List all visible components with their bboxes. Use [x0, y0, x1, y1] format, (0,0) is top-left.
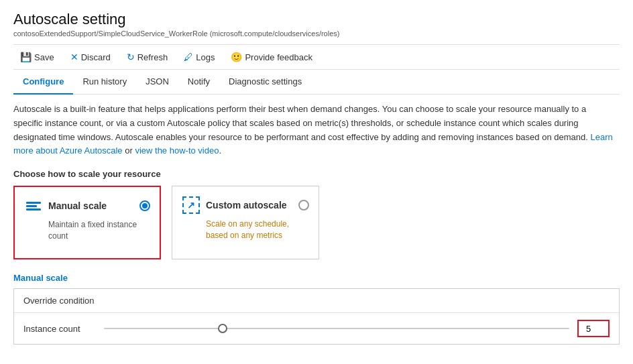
refresh-button[interactable]: ↻ Refresh — [120, 49, 175, 65]
logs-button[interactable]: 🖊 Logs — [177, 49, 221, 65]
custom-autoscale-description: Scale on any schedule, based on any metr… — [182, 219, 309, 241]
scale-options-container: Manual scale Maintain a fixed instance c… — [13, 186, 620, 259]
feedback-icon: 🙂 — [231, 52, 242, 62]
custom-scale-radio[interactable] — [298, 200, 309, 210]
condition-header-row: Override condition — [14, 289, 619, 313]
manual-scale-description: Maintain a fixed instance count — [24, 219, 150, 242]
discard-button[interactable]: ✕ Discard — [64, 49, 117, 65]
feedback-button[interactable]: 🙂 Provide feedback — [224, 49, 319, 65]
manual-lines-icon — [26, 202, 41, 210]
save-icon: 💾 — [20, 52, 32, 62]
scale-section-heading: Choose how to scale your resource — [13, 169, 620, 179]
tab-configure[interactable]: Configure — [13, 70, 73, 95]
instance-count-row: Instance count 5 — [14, 313, 619, 344]
custom-scale-icon — [182, 196, 200, 215]
toolbar: 💾 Save ✕ Discard ↻ Refresh 🖊 Logs 🙂 Prov… — [13, 44, 620, 70]
custom-card-header: Custom autoscale — [182, 196, 309, 215]
breadcrumb: contosoExtendedSupport/SimpleCloudServic… — [13, 29, 620, 38]
tab-json[interactable]: JSON — [136, 70, 178, 95]
learn-more-link[interactable]: Learn more about Azure Autoscale — [13, 132, 613, 156]
manual-title-row: Manual scale — [24, 196, 107, 215]
instance-count-input[interactable]: 5 — [577, 320, 610, 337]
custom-autoscale-icon — [182, 196, 200, 214]
page-title: Autoscale setting — [13, 11, 620, 28]
instance-count-slider[interactable] — [104, 328, 569, 329]
manual-scale-label: Manual scale — [48, 200, 107, 211]
custom-autoscale-label: Custom autoscale — [206, 200, 287, 210]
tabs-container: Configure Run history JSON Notify Diagno… — [13, 70, 620, 95]
logs-icon: 🖊 — [184, 52, 193, 62]
how-to-video-link[interactable]: view the how-to video — [135, 145, 219, 156]
condition-table: Override condition Instance count 5 — [13, 288, 620, 345]
refresh-icon: ↻ — [127, 52, 135, 62]
discard-icon: ✕ — [70, 52, 78, 62]
manual-scale-card[interactable]: Manual scale Maintain a fixed instance c… — [13, 186, 161, 259]
instance-count-label: Instance count — [23, 324, 104, 334]
manual-scale-icon — [24, 196, 43, 215]
manual-scale-radio[interactable] — [139, 200, 150, 211]
tab-notify[interactable]: Notify — [178, 70, 219, 95]
condition-header-label: Override condition — [23, 296, 104, 306]
custom-title-row: Custom autoscale — [182, 196, 287, 215]
save-button[interactable]: 💾 Save — [13, 49, 61, 65]
slider-container: 5 — [104, 320, 610, 337]
custom-autoscale-card[interactable]: Custom autoscale Scale on any schedule, … — [172, 186, 319, 259]
description-text: Autoscale is a built-in feature that hel… — [13, 103, 617, 158]
tab-diagnostic-settings[interactable]: Diagnostic settings — [219, 70, 311, 95]
manual-card-header: Manual scale — [24, 196, 150, 215]
tab-run-history[interactable]: Run history — [73, 70, 136, 95]
manual-scale-section-label: Manual scale — [13, 273, 620, 283]
